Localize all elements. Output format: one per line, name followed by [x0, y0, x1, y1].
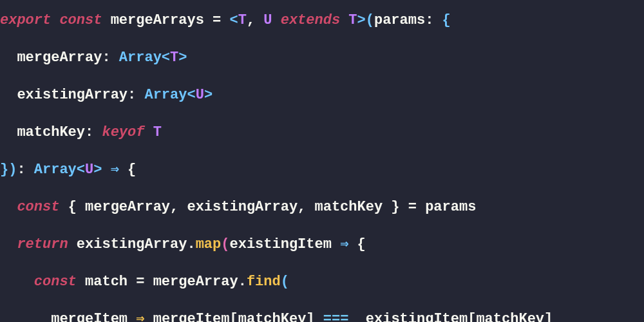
method-find: find — [247, 274, 281, 290]
code-line: const { mergeArray, existingArray, match… — [0, 198, 644, 216]
keyword-const: const — [17, 199, 59, 215]
keyword-keyof: keyof — [102, 124, 144, 140]
ident-params: params — [374, 12, 425, 28]
code-line: }): Array<U> ⇒ { — [0, 160, 644, 179]
method-map: map — [196, 236, 222, 252]
fat-arrow: ⇒ — [111, 162, 119, 178]
code-line: mergeArray: Array<T> — [0, 48, 644, 67]
code-line: existingArray: Array<U> — [0, 86, 644, 104]
code-line: matchKey: keyof T — [0, 123, 644, 142]
fn-name: mergeArrays — [111, 12, 204, 28]
code-line: return existingArray.map(existingItem ⇒ … — [0, 235, 644, 254]
type-array: Array — [119, 50, 162, 66]
code-line: export const mergeArrays = <T, U extends… — [0, 11, 644, 30]
keyword-const: const — [34, 274, 77, 290]
keyword-extends: extends — [281, 12, 340, 28]
type-array: Array — [34, 162, 77, 178]
keyword-export: export — [0, 12, 51, 28]
keyword-const: const — [59, 12, 102, 28]
keyword-return: return — [17, 236, 68, 252]
op-strict-equal: === — [323, 311, 349, 322]
type-array: Array — [144, 87, 187, 103]
code-block: export const mergeArrays = <T, U extends… — [0, 0, 644, 322]
code-line: const match = mergeArray.find( — [0, 272, 644, 291]
code-line: mergeItem ⇒ mergeItem[matchKey] === exis… — [0, 310, 644, 322]
